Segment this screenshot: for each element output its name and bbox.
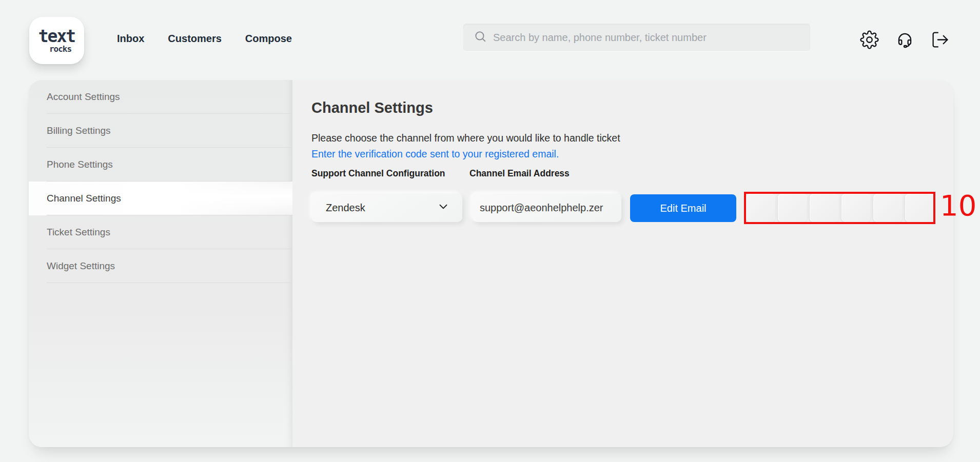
global-search[interactable] bbox=[463, 24, 810, 51]
top-nav: Inbox Customers Compose bbox=[117, 33, 292, 45]
search-input[interactable] bbox=[493, 24, 810, 51]
sidebar-item-label: Account Settings bbox=[47, 91, 120, 103]
sidebar-item-phone-settings[interactable]: Phone Settings bbox=[29, 148, 292, 182]
otp-digit-box[interactable] bbox=[746, 194, 775, 222]
header-actions bbox=[860, 30, 950, 49]
sidebar-item-label: Ticket Settings bbox=[47, 227, 110, 238]
nav-item-inbox[interactable]: Inbox bbox=[117, 33, 144, 45]
otp-digit-box[interactable] bbox=[778, 194, 807, 222]
page-description: Please choose the channel from where you… bbox=[311, 132, 620, 144]
settings-card: Account Settings Billing Settings Phone … bbox=[29, 80, 953, 447]
otp-digit-box[interactable] bbox=[873, 194, 903, 222]
sidebar-item-billing-settings[interactable]: Billing Settings bbox=[29, 114, 292, 148]
settings-sidebar: Account Settings Billing Settings Phone … bbox=[29, 80, 292, 447]
sidebar-item-label: Billing Settings bbox=[47, 125, 111, 136]
chevron-down-icon bbox=[437, 200, 450, 216]
sidebar-item-ticket-settings[interactable]: Ticket Settings bbox=[29, 215, 292, 249]
channel-email-label: Channel Email Address bbox=[469, 168, 570, 179]
otp-digit-box[interactable] bbox=[905, 194, 934, 222]
otp-digit-box[interactable] bbox=[841, 194, 871, 222]
otp-digit-box[interactable] bbox=[810, 194, 839, 222]
channel-config-label: Support Channel Configuration bbox=[311, 168, 445, 179]
verification-code-link[interactable]: Enter the verification code sent to your… bbox=[311, 148, 559, 160]
search-icon bbox=[474, 30, 493, 45]
channel-select[interactable]: Zendesk bbox=[311, 193, 462, 222]
sidebar-item-widget-settings[interactable]: Widget Settings bbox=[29, 249, 292, 283]
headset-support-icon[interactable] bbox=[895, 30, 914, 49]
channel-select-value: Zendesk bbox=[326, 202, 437, 214]
brand-logo-text: text bbox=[38, 28, 75, 45]
sidebar-item-channel-settings[interactable]: Channel Settings bbox=[29, 182, 292, 215]
edit-email-button[interactable]: Edit Email bbox=[630, 194, 736, 222]
sidebar-item-label: Widget Settings bbox=[47, 260, 115, 272]
brand-logo-subtext: rocks bbox=[42, 45, 71, 53]
channel-settings-panel: Channel Settings Please choose the chann… bbox=[292, 80, 953, 447]
sidebar-item-label: Channel Settings bbox=[47, 193, 121, 204]
page-title: Channel Settings bbox=[311, 99, 433, 116]
sidebar-item-account-settings[interactable]: Account Settings bbox=[29, 80, 292, 114]
channel-email-input[interactable] bbox=[472, 193, 621, 222]
logout-icon[interactable] bbox=[931, 30, 950, 49]
brand-logo[interactable]: text rocks bbox=[29, 17, 84, 64]
sidebar-item-label: Phone Settings bbox=[47, 159, 113, 170]
nav-item-compose[interactable]: Compose bbox=[245, 33, 292, 45]
verification-code-inputs bbox=[746, 194, 934, 222]
nav-item-customers[interactable]: Customers bbox=[168, 33, 221, 45]
settings-gear-icon[interactable] bbox=[860, 30, 879, 49]
